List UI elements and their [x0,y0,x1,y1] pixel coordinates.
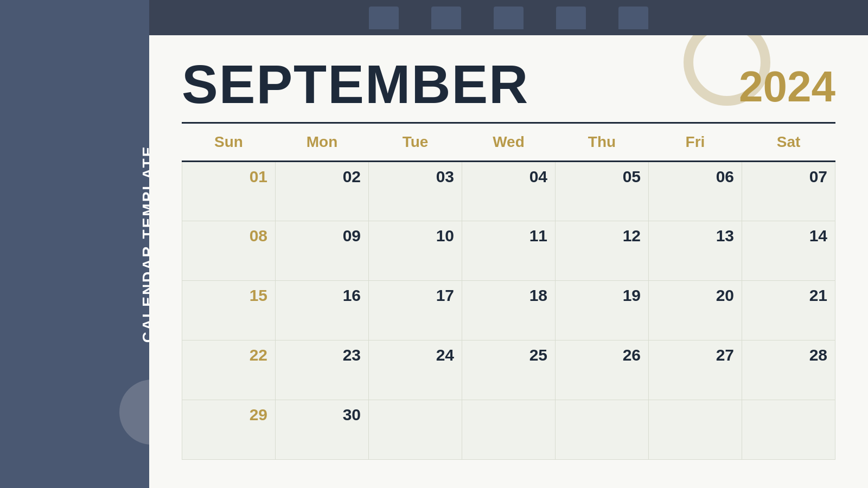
calendar-week-4: 22232425262728 [182,341,835,400]
calendar-day-4-1: 30 [276,400,369,460]
calendar-day-1-0: 08 [182,221,276,281]
calendar-day-3-4: 26 [556,341,649,400]
binding-hole-3 [494,7,524,29]
calendar-day-1-6: 14 [742,221,835,281]
binding-hole-5 [618,7,648,29]
binding-hole-4 [556,7,586,29]
calendar-day-3-2: 24 [369,341,462,400]
calendar-day-0-1: 02 [276,162,369,221]
calendar-day-4-0: 29 [182,400,276,460]
calendar-day-3-5: 27 [649,341,742,400]
day-header-thu: Thu [556,124,649,162]
binding-hole-2 [431,7,461,29]
calendar-day-0-0: 01 [182,162,276,221]
calendar-day-4-2 [369,400,462,460]
calendar-day-1-3: 11 [462,221,556,281]
calendar-week-5: 2930 [182,400,835,460]
month-title: SEPTEMBER [182,57,529,111]
days-header-row: Sun Mon Tue Wed Thu Fri Sat [182,124,835,162]
calendar-container: SEPTEMBER 2024 Sun Mon Tue Wed Thu Fri S… [149,35,868,488]
binding-hole-1 [369,7,399,29]
calendar-day-3-6: 28 [742,341,835,400]
calendar-day-4-4 [556,400,649,460]
calendar-header: SEPTEMBER 2024 [182,57,835,111]
day-header-tue: Tue [369,124,462,162]
calendar-day-0-5: 06 [649,162,742,221]
calendar-day-0-6: 07 [742,162,835,221]
calendar-day-4-3 [462,400,556,460]
calendar-day-2-3: 18 [462,281,556,341]
calendar-day-3-0: 22 [182,341,276,400]
day-header-sun: Sun [182,124,276,162]
calendar-day-2-5: 20 [649,281,742,341]
calendar-day-4-5 [649,400,742,460]
calendar-day-2-6: 21 [742,281,835,341]
day-header-fri: Fri [649,124,742,162]
calendar-day-2-2: 17 [369,281,462,341]
calendar-day-2-4: 19 [556,281,649,341]
year-title: 2024 [739,65,835,111]
calendar-day-0-2: 03 [369,162,462,221]
calendar-day-1-2: 10 [369,221,462,281]
day-header-wed: Wed [462,124,556,162]
top-binding-bar [149,0,868,35]
calendar-day-1-5: 13 [649,221,742,281]
calendar-day-0-3: 04 [462,162,556,221]
calendar-week-3: 15161718192021 [182,281,835,341]
calendar-day-3-1: 23 [276,341,369,400]
calendar-day-1-1: 09 [276,221,369,281]
calendar-day-0-4: 05 [556,162,649,221]
calendar-day-3-3: 25 [462,341,556,400]
calendar-week-2: 08091011121314 [182,221,835,281]
day-header-sat: Sat [742,124,835,162]
calendar-grid: Sun Mon Tue Wed Thu Fri Sat 010203040506… [182,124,835,460]
calendar-week-1: 01020304050607 [182,162,835,221]
calendar-day-2-1: 16 [276,281,369,341]
calendar-day-1-4: 12 [556,221,649,281]
calendar-day-2-0: 15 [182,281,276,341]
calendar-day-4-6 [742,400,835,460]
day-header-mon: Mon [276,124,369,162]
